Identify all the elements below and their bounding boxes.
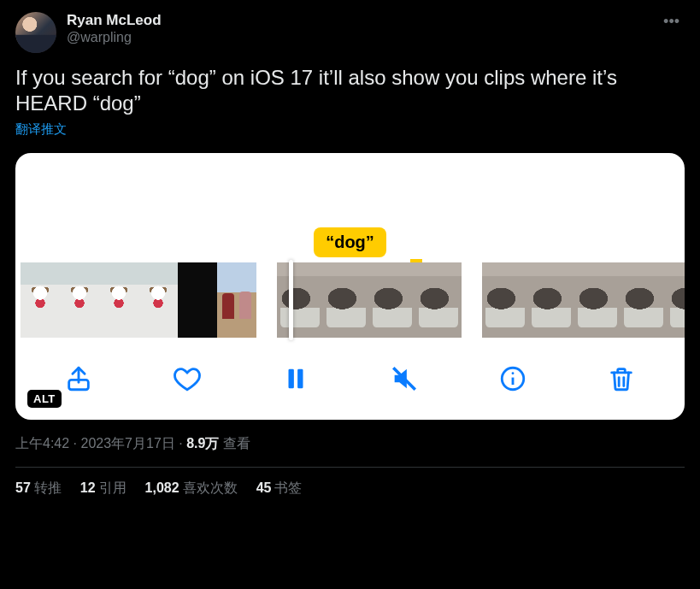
likes-stat[interactable]: 1,082喜欢次数 (145, 480, 238, 498)
quotes-stat[interactable]: 12引用 (80, 480, 126, 498)
retweets-stat[interactable]: 57转推 (15, 480, 62, 498)
tweet-date[interactable]: 2023年7月17日 (80, 436, 174, 451)
video-frame (178, 262, 217, 338)
display-name[interactable]: Ryan McLeod (67, 12, 162, 29)
video-frame (667, 262, 685, 338)
tooltip-area: “dog” (15, 153, 685, 262)
views-count: 8.9万 (186, 436, 219, 451)
avatar[interactable] (15, 12, 56, 53)
divider (15, 467, 685, 468)
tweet-header: Ryan McLeod @warpling ••• (15, 12, 685, 53)
views-label: 查看 (219, 436, 250, 451)
video-frame (99, 262, 138, 338)
translate-link[interactable]: 翻译推文 (15, 121, 67, 138)
alt-badge[interactable]: ALT (27, 390, 62, 408)
delete-button[interactable] (603, 361, 639, 397)
tweet-stats: 57转推 12引用 1,082喜欢次数 45书签 (15, 480, 685, 498)
tweet-text: If you search for “dog” on iOS 17 it’ll … (15, 65, 685, 116)
tweet-container: Ryan McLeod @warpling ••• If you search … (0, 0, 700, 498)
video-frame (574, 262, 621, 338)
mute-button[interactable] (386, 361, 422, 397)
video-frame (621, 262, 667, 338)
ellipsis-icon: ••• (663, 13, 679, 30)
video-frame (138, 262, 178, 338)
clip-group[interactable] (277, 262, 462, 338)
author-names: Ryan McLeod @warpling (67, 12, 162, 46)
trash-icon (607, 364, 636, 393)
share-icon (64, 364, 93, 393)
share-button[interactable] (61, 361, 97, 397)
playhead[interactable] (289, 260, 293, 340)
speaker-muted-icon (390, 364, 419, 393)
pause-icon (281, 364, 310, 393)
handle[interactable]: @warpling (67, 29, 162, 46)
video-frame (528, 262, 574, 338)
svg-rect-1 (288, 369, 293, 389)
video-frame (415, 262, 462, 338)
bookmarks-stat[interactable]: 45书签 (256, 480, 303, 498)
clip-group[interactable] (482, 262, 685, 338)
info-icon (498, 364, 527, 393)
svg-rect-2 (297, 369, 303, 389)
heart-icon (173, 364, 202, 393)
clip-group[interactable] (21, 262, 256, 338)
video-frame (323, 262, 369, 338)
tweet-meta: 上午4:42 · 2023年7月17日 · 8.9万 查看 (15, 435, 685, 453)
media-card[interactable]: “dog” (15, 153, 685, 420)
video-frame (217, 262, 256, 338)
video-frame (369, 262, 415, 338)
author-block[interactable]: Ryan McLeod @warpling (15, 12, 162, 53)
media-toolbar (15, 338, 685, 420)
info-button[interactable] (495, 361, 531, 397)
like-button[interactable] (169, 361, 205, 397)
video-frame (277, 262, 323, 338)
search-term-tooltip: “dog” (314, 227, 386, 257)
more-button[interactable]: ••• (658, 12, 685, 31)
video-frame (60, 262, 99, 338)
video-scrubber[interactable] (15, 262, 685, 338)
tweet-time[interactable]: 上午4:42 (15, 436, 69, 451)
video-frame (21, 262, 60, 338)
svg-point-6 (512, 372, 515, 374)
pause-button[interactable] (278, 361, 314, 397)
video-frame (482, 262, 528, 338)
